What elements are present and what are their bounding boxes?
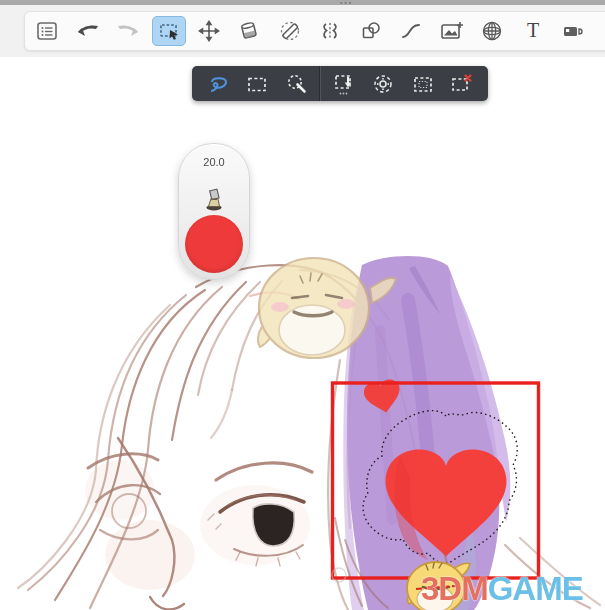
camera-icon [560,19,586,43]
symmetry-icon [318,19,342,43]
magic-wand-icon [284,71,310,97]
invert-selection-icon [410,71,436,97]
window-top-strip: ⋯ [0,0,605,5]
curve-icon [399,19,423,43]
watermark-logo-3dm: 3DM [421,570,488,607]
app-window: ⋯ [0,0,605,610]
rect-select-icon [244,71,270,97]
symmetry-tool-button[interactable] [310,15,351,47]
selection-icon [157,19,181,43]
guided-stroke-tool-button[interactable] [270,15,311,47]
transform-tool-button[interactable] [189,15,230,47]
import-image-button[interactable] [432,15,473,47]
menu-icon [35,19,59,43]
fill-bucket-icon [237,19,261,43]
ruler-pencil-icon [278,19,302,43]
shapes-tool-button[interactable] [351,15,392,47]
replace-selection-icon [331,71,357,97]
replace-selection-button[interactable] [327,67,361,100]
perspective-globe-icon [480,19,504,43]
deselect-button[interactable] [445,67,479,100]
shapes-icon [359,19,383,43]
move-icon [197,19,221,43]
window-drag-handle[interactable]: ⋯ [326,0,366,10]
nudge-target-icon [370,71,396,97]
fill-tool-button[interactable] [229,15,270,47]
color-swatch[interactable] [185,215,243,273]
selection-tool-button[interactable] [152,16,186,46]
lasso-icon [205,71,231,97]
text-tool-icon: T [527,19,539,41]
lasso-select-button[interactable] [201,67,235,100]
image-plus-icon [439,19,465,43]
selection-toolbar-divider [319,66,321,101]
redo-button[interactable] [108,15,149,47]
deselect-icon [449,71,475,97]
curve-tool-button[interactable] [391,15,432,47]
main-toolbar: T [24,11,605,51]
rectangle-select-button[interactable] [240,67,274,100]
brush-size-value: 20.0 [179,156,249,168]
watermark-logo: 3DMGAME [421,570,583,608]
undo-button[interactable] [68,15,109,47]
redo-icon [115,19,141,43]
airbrush-icon [203,186,225,212]
time-lapse-button[interactable] [553,15,594,47]
selection-toolbar [192,66,488,101]
watermark-logo-game: GAME [488,570,583,607]
undo-icon [75,19,101,43]
nudge-selection-button[interactable] [366,67,400,100]
brush-puck[interactable]: 20.0 [178,143,250,280]
sketch-eye-pupil [253,504,295,546]
perspective-tool-button[interactable] [472,15,513,47]
menu-button[interactable] [27,15,68,47]
magic-wand-button[interactable] [280,67,314,100]
text-tool-button[interactable]: T [513,15,554,47]
invert-selection-button[interactable] [406,67,440,100]
